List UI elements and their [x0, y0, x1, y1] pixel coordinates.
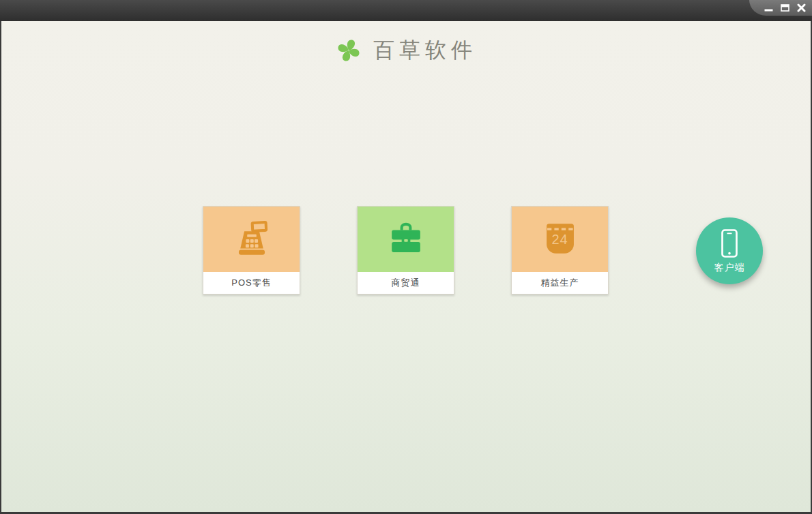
briefcase-icon: [386, 220, 426, 259]
close-icon: [797, 3, 806, 12]
brand-header: 百草软件: [1, 36, 811, 65]
product-card-lean[interactable]: 24 精益生产: [511, 206, 609, 294]
product-card-trade-label: 商贸通: [358, 272, 454, 294]
product-card-pos-art: [203, 207, 300, 272]
product-card-lean-art: 24: [512, 207, 608, 272]
product-card-trade[interactable]: 商贸通: [357, 206, 454, 294]
maximize-button[interactable]: [780, 3, 789, 13]
close-button[interactable]: [796, 3, 806, 13]
smartphone-icon: [719, 228, 740, 259]
window-controls: [749, 0, 812, 16]
pinwheel-logo-icon: [335, 37, 362, 64]
minimize-icon: [764, 3, 773, 12]
product-card-pos-label: POS零售: [203, 272, 300, 294]
client-app-label: 客户端: [714, 262, 745, 274]
product-card-trade-art: [358, 207, 454, 272]
cash-register-icon: [232, 220, 272, 259]
client-app-button[interactable]: 客户端: [696, 217, 763, 284]
minimize-button[interactable]: [764, 3, 773, 13]
product-card-lean-label: 精益生产: [512, 272, 608, 294]
app-title: 百草软件: [373, 36, 477, 65]
calendar-day-number: 24: [540, 232, 580, 247]
maximize-icon: [781, 3, 789, 12]
product-card-pos[interactable]: POS零售: [203, 206, 300, 294]
main-content: 百草软件: [1, 21, 811, 512]
titlebar: [0, 0, 812, 21]
